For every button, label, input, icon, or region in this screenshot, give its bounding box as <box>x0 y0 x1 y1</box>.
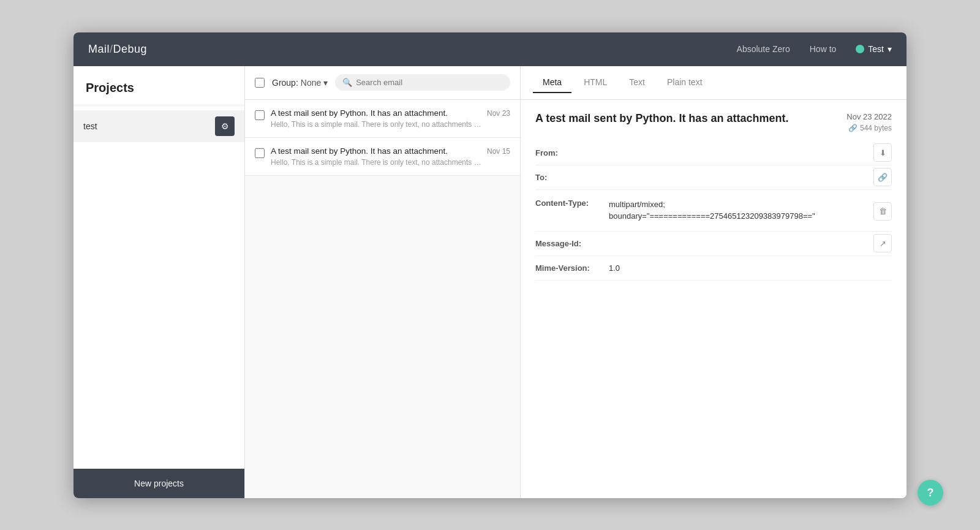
meta-label-message-id: Message-Id: <box>535 239 609 248</box>
select-all-checkbox[interactable] <box>255 78 265 88</box>
email-item-top-2: A test mail sent by Python. It has an at… <box>271 146 510 156</box>
detail-subject: A test mail sent by Python. It has an at… <box>535 112 837 125</box>
meta-value-mime-version: 1.0 <box>609 263 892 273</box>
group-selector[interactable]: Group: None ▾ <box>272 78 328 88</box>
user-menu[interactable]: Test ▾ <box>856 44 892 54</box>
new-projects-button[interactable]: New projects <box>74 469 244 498</box>
sidebar-items: test ⚙ <box>74 105 244 469</box>
tab-html[interactable]: HTML <box>574 72 617 93</box>
email-preview-1: Hello, This is a simple mail. There is o… <box>271 120 485 129</box>
detail-date-size: Nov 23 2022 🔗 544 bytes <box>846 112 892 132</box>
email-checkbox-2[interactable] <box>255 148 265 158</box>
email-subject-2: A test mail sent by Python. It has an at… <box>271 146 482 156</box>
email-detail-panel: Meta HTML Text Plain text A test mail se… <box>521 66 907 498</box>
email-item[interactable]: A test mail sent by Python. It has an at… <box>245 100 520 138</box>
main-layout: Projects test ⚙ New projects Group: None… <box>74 66 907 498</box>
brand-debug: Debug <box>113 43 148 55</box>
meta-label-content-type: Content-Type: <box>535 199 609 208</box>
navbar: Mail/Debug Absolute Zero How to Test ▾ <box>74 32 907 66</box>
meta-label-to: To: <box>535 173 609 182</box>
project-name-link[interactable]: Absolute Zero <box>737 44 790 54</box>
detail-size: 🔗 544 bytes <box>846 124 892 132</box>
meta-row-content-type: Content-Type: multipart/mixed; boundary=… <box>535 190 892 232</box>
email-item-content-2: A test mail sent by Python. It has an at… <box>271 146 510 167</box>
detail-content: A test mail sent by Python. It has an at… <box>521 100 907 498</box>
group-label: Group: <box>272 78 298 88</box>
tab-text[interactable]: Text <box>619 72 655 93</box>
download-button[interactable]: ⬇ <box>873 143 892 162</box>
meta-row-mime-version: Mime-Version: 1.0 <box>535 256 892 281</box>
search-icon: 🔍 <box>342 78 352 87</box>
email-preview-2: Hello, This is a simple mail. There is o… <box>271 158 485 167</box>
sidebar-item-test[interactable]: test ⚙ <box>74 110 244 142</box>
tab-plain-text[interactable]: Plain text <box>657 72 712 93</box>
detail-tabs: Meta HTML Text Plain text <box>521 66 907 100</box>
email-item-2[interactable]: A test mail sent by Python. It has an at… <box>245 138 520 176</box>
share-button[interactable]: ↗ <box>873 234 892 252</box>
meta-row-from: From: ⬇ <box>535 141 892 165</box>
search-box: 🔍 <box>335 74 510 91</box>
email-date-2: Nov 15 <box>487 147 510 156</box>
how-to-link[interactable]: How to <box>810 44 837 54</box>
meta-label-from: From: <box>535 148 609 157</box>
detail-date: Nov 23 2022 <box>846 112 892 121</box>
delete-button[interactable]: 🗑 <box>873 202 892 221</box>
sidebar-footer: New projects <box>74 469 244 498</box>
email-items: A test mail sent by Python. It has an at… <box>245 100 520 498</box>
meta-value-content-type: multipart/mixed; boundary="=============… <box>609 199 892 222</box>
email-subject-1: A test mail sent by Python. It has an at… <box>271 108 482 118</box>
email-list-panel: Group: None ▾ 🔍 A test mail sent by Pyth… <box>245 66 521 498</box>
sidebar: Projects test ⚙ New projects <box>74 66 245 498</box>
sidebar-title: Projects <box>74 66 244 105</box>
gear-icon[interactable]: ⚙ <box>215 116 235 136</box>
search-input[interactable] <box>356 78 503 87</box>
user-label: Test <box>868 44 884 54</box>
detail-header: A test mail sent by Python. It has an at… <box>535 112 892 132</box>
sidebar-item-label: test <box>83 121 97 131</box>
app-brand: Mail/Debug <box>88 43 737 56</box>
email-date-1: Nov 23 <box>487 109 510 118</box>
link-button[interactable]: 🔗 <box>873 168 892 186</box>
navbar-links: Absolute Zero How to Test ▾ <box>737 44 892 54</box>
meta-row-message-id: Message-Id: ↗ <box>535 232 892 256</box>
email-item-content-1: A test mail sent by Python. It has an at… <box>271 108 510 129</box>
user-dropdown-icon: ▾ <box>888 44 892 54</box>
user-status-dot <box>856 45 864 53</box>
meta-row-to: To: 🔗 <box>535 165 892 190</box>
email-item-top-1: A test mail sent by Python. It has an at… <box>271 108 510 118</box>
tab-meta[interactable]: Meta <box>533 72 571 93</box>
group-value: None ▾ <box>301 78 328 88</box>
brand-mail: Mail <box>88 43 110 55</box>
email-list-toolbar: Group: None ▾ 🔍 <box>245 66 520 100</box>
size-value: 544 bytes <box>860 124 892 132</box>
link-icon: 🔗 <box>848 124 858 132</box>
meta-label-mime-version: Mime-Version: <box>535 263 609 273</box>
app-window: Mail/Debug Absolute Zero How to Test ▾ P… <box>74 32 907 498</box>
help-fab-button[interactable]: ? <box>918 480 943 505</box>
email-checkbox-1[interactable] <box>255 110 265 120</box>
